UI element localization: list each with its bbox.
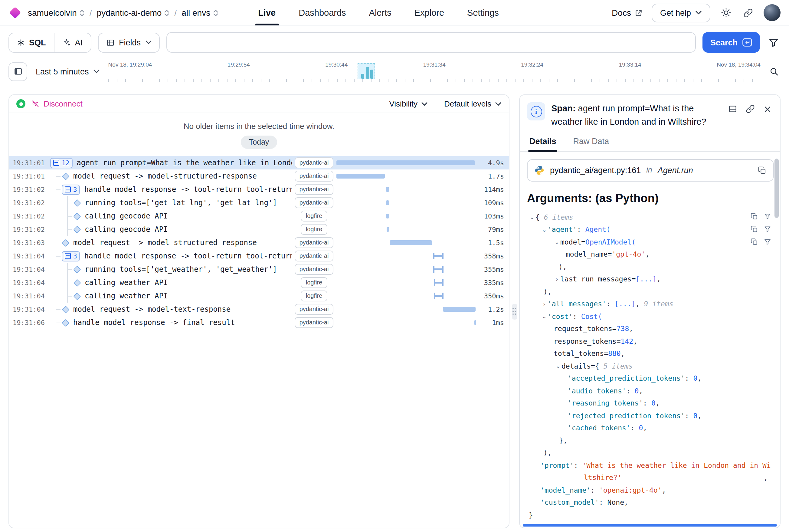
tab-settings[interactable]: Settings [467, 0, 499, 25]
duration-bar-cell [336, 276, 476, 289]
span-diamond-icon [73, 225, 81, 233]
trace-row[interactable]: 19:31:04calling weather APIlogfire335ms [9, 276, 509, 289]
sun-icon [720, 7, 732, 18]
collapse-children-badge[interactable]: 3 [62, 251, 80, 261]
nav-left: samuelcolvin / pydantic-ai-demo / all en… [8, 0, 218, 25]
expand-toggle-icon[interactable]: › [554, 276, 560, 283]
trace-row[interactable]: 19:31:02running tools=['get_lat_lng', 'g… [9, 196, 509, 209]
expand-toggle-icon[interactable]: ⌄ [541, 226, 547, 233]
tab-dashboards[interactable]: Dashboards [299, 0, 346, 25]
funnel-icon [764, 225, 771, 233]
copy-value-button[interactable] [750, 225, 758, 233]
duration-label: 103ms [476, 212, 504, 220]
query-input[interactable] [166, 32, 696, 53]
logfire-app: samuelcolvin / pydantic-ai-demo / all en… [0, 0, 789, 532]
trace-row-text: calling weather API [85, 279, 168, 287]
code-token: OpenAIModel( [585, 236, 636, 248]
search-button[interactable]: Search [703, 32, 760, 53]
get-help-button[interactable]: Get help [652, 3, 710, 22]
trace-row[interactable]: 19:31:04model request -> model-text-resp… [9, 303, 509, 316]
user-avatar[interactable] [764, 4, 781, 21]
filter-by-value-button[interactable] [764, 212, 771, 220]
filter-button[interactable] [767, 35, 781, 49]
expand-toggle-icon[interactable]: ⌄ [555, 363, 561, 369]
trace-row-timestamp: 19:31:01 [13, 159, 50, 167]
link-icon [746, 104, 755, 114]
tab-details[interactable]: Details [528, 132, 558, 151]
copy-span-link-button[interactable] [745, 103, 756, 114]
expand-toggle-icon[interactable]: › [541, 301, 547, 307]
share-link-button[interactable] [742, 6, 754, 19]
trace-row-timestamp: 19:31:04 [13, 292, 50, 300]
sql-mode-button[interactable]: SQL [9, 33, 54, 52]
trace-row-timestamp: 19:31:04 [13, 305, 50, 313]
breadcrumb-org[interactable]: samuelcolvin [28, 8, 85, 18]
visibility-dropdown[interactable]: Visibility [389, 99, 427, 108]
span-diamond-icon [62, 319, 69, 326]
trace-row[interactable]: 19:31:0112agent run prompt=What is the w… [9, 156, 509, 169]
tab-raw-data[interactable]: Raw Data [572, 132, 611, 151]
source-in-word: in [646, 166, 652, 174]
time-range-select[interactable]: Last 5 minutes [34, 67, 102, 76]
code-token: , [633, 335, 637, 347]
chevron-down-icon [145, 40, 152, 45]
trace-row[interactable]: 19:31:02calling geocode APIlogfire103ms [9, 209, 509, 223]
collapse-children-badge[interactable]: 12 [50, 158, 72, 168]
timeline-axis[interactable]: Nov 18, 19:29:0419:29:5419:30:4419:31:34… [108, 60, 761, 82]
trace-row[interactable]: 19:31:06handle model response -> final r… [9, 316, 509, 329]
collapse-children-badge[interactable]: 3 [62, 184, 80, 195]
theme-toggle-button[interactable] [719, 6, 733, 19]
default-levels-dropdown[interactable]: Default levels [444, 99, 502, 108]
code-token: } [529, 509, 533, 521]
trace-row[interactable]: 19:31:01model request -> model-structure… [9, 169, 509, 183]
breadcrumb-project[interactable]: pydantic-ai-demo [97, 8, 170, 18]
code-line: ), [527, 446, 774, 459]
breadcrumb-env[interactable]: all envs [181, 8, 218, 18]
detail-scrollbar-thumb[interactable] [774, 158, 779, 218]
source-location-chip[interactable]: pydantic_ai/agent.py:161 in Agent.run [527, 159, 774, 181]
code-token: 6 items [540, 211, 573, 223]
zoom-button[interactable] [767, 65, 781, 78]
panel-left-icon [13, 66, 23, 76]
expand-toggle-icon[interactable]: ⌄ [529, 214, 536, 221]
trace-row[interactable]: 19:31:04calling weather APIlogfire350ms [9, 289, 509, 303]
code-token: , [636, 298, 644, 310]
filter-by-value-button[interactable] [764, 238, 771, 245]
tab-alerts[interactable]: Alerts [369, 0, 391, 25]
expand-toggle-icon[interactable]: ⌄ [554, 239, 560, 245]
scope-tag: logfire [301, 278, 327, 288]
expand-toggle-icon[interactable]: ⌄ [541, 313, 547, 320]
sort-updown-icon [79, 9, 85, 17]
disconnect-button[interactable]: Disconnect [31, 99, 82, 108]
trace-row[interactable]: 19:31:03model request -> model-structure… [9, 236, 509, 249]
tab-explore[interactable]: Explore [415, 0, 444, 25]
trace-row-timestamp: 19:31:02 [13, 199, 50, 207]
tab-live[interactable]: Live [258, 0, 275, 25]
dock-panel-button[interactable] [727, 103, 738, 114]
close-panel-button[interactable] [763, 103, 773, 114]
ai-mode-button[interactable]: AI [54, 33, 91, 52]
trace-row-timestamp: 19:31:04 [13, 265, 50, 273]
trace-row[interactable]: 19:31:023handle model response -> tool-r… [9, 183, 509, 196]
logfire-logo-icon[interactable] [9, 7, 21, 19]
fields-dropdown[interactable]: Fields [98, 32, 159, 52]
detail-horizontal-scrollbar[interactable] [523, 524, 777, 527]
panel-resize-handle[interactable] [512, 304, 517, 319]
docs-label: Docs [612, 8, 631, 18]
trace-row-text: model request -> model-structured-respon… [73, 239, 257, 247]
span-diamond-icon [62, 172, 69, 180]
trace-row[interactable]: 19:31:02calling geocode APIlogfire79ms [9, 223, 509, 236]
filter-by-value-button[interactable] [764, 225, 771, 233]
timeline-selection[interactable] [357, 63, 375, 79]
sidebar-toggle-button[interactable] [8, 62, 27, 81]
duration-label: 358ms [476, 252, 504, 260]
trace-row[interactable]: 19:31:043handle model response -> tool-r… [9, 249, 509, 263]
docs-link[interactable]: Docs [612, 8, 642, 18]
trace-row[interactable]: 19:31:04running tools=['get_weather', 'g… [9, 263, 509, 276]
copy-value-button[interactable] [750, 238, 758, 245]
copy-icon[interactable] [757, 166, 767, 175]
today-button[interactable]: Today [241, 136, 277, 149]
code-token: 'model_name' [540, 484, 591, 496]
trace-row-message: calling geocode API [50, 223, 292, 236]
copy-value-button[interactable] [750, 212, 758, 220]
